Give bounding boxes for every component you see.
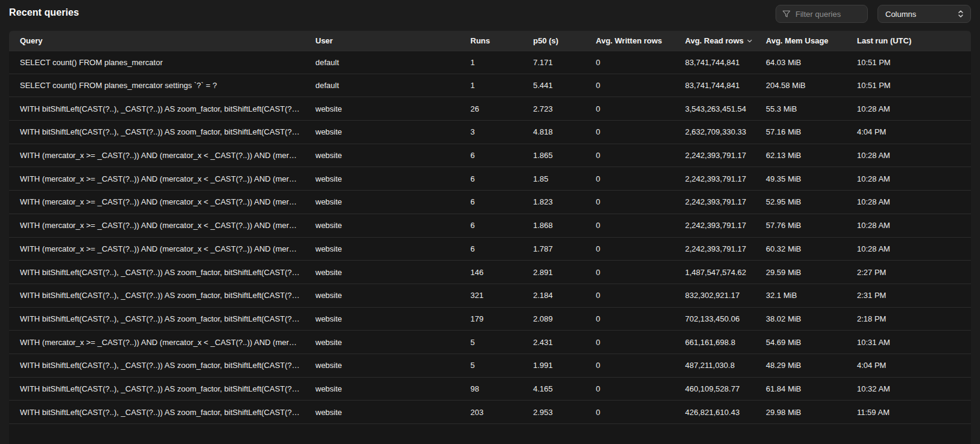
table-row[interactable]: WITH bitShiftLeft(CAST(?..), _CAST(?..))… (9, 261, 971, 284)
user-cell: website (305, 408, 460, 417)
mem-cell: 204.58 MiB (755, 81, 846, 90)
lastrun-cell: 10:28 AM (846, 104, 971, 113)
read-cell: 1,487,547,574.62 (674, 268, 755, 277)
read-cell: 2,242,393,791.17 (674, 151, 755, 160)
table-row[interactable]: WITH bitShiftLeft(CAST(?..), _CAST(?..))… (9, 284, 971, 308)
user-cell: website (305, 221, 460, 230)
column-header-mem[interactable]: Avg. Mem Usage (755, 36, 846, 45)
lastrun-cell: 10:31 AM (846, 338, 971, 347)
query-cell: WITH bitShiftLeft(CAST(?..), _CAST(?..))… (9, 384, 305, 393)
table-row[interactable]: WITH (mercator_x >= _CAST(?..)) AND (mer… (9, 167, 971, 191)
sort-desc-chevron-icon (747, 38, 753, 44)
user-cell: website (305, 151, 460, 160)
p50-cell: 1.85 (522, 174, 585, 183)
mem-cell: 32.1 MiB (755, 291, 846, 300)
written-cell: 0 (585, 221, 674, 230)
lastrun-cell: 2:27 PM (846, 268, 971, 277)
written-cell: 0 (585, 314, 674, 323)
read-cell: 487,211,030.8 (674, 361, 755, 370)
written-cell: 0 (585, 268, 674, 277)
user-cell: website (305, 314, 460, 323)
runs-cell: 146 (460, 268, 522, 277)
user-cell: website (305, 127, 460, 136)
column-header-label: Avg. Written rows (596, 36, 662, 45)
read-cell: 2,242,393,791.17 (674, 174, 755, 183)
columns-dropdown[interactable]: Columns (877, 5, 971, 23)
p50-cell: 1.823 (522, 197, 585, 206)
table-row[interactable]: WITH bitShiftLeft(CAST(?..), _CAST(?..))… (9, 378, 971, 401)
table-row[interactable]: WITH (mercator_x >= _CAST(?..)) AND (mer… (9, 191, 971, 214)
runs-cell: 3 (460, 127, 522, 136)
mem-cell: 57.16 MiB (755, 127, 846, 136)
column-header-query[interactable]: Query (9, 36, 305, 45)
table-row[interactable]: WITH (mercator_x >= _CAST(?..)) AND (mer… (9, 214, 971, 238)
user-cell: default (305, 81, 460, 90)
lastrun-cell: 10:28 AM (846, 151, 971, 160)
column-header-label: p50 (s) (533, 36, 558, 45)
runs-cell: 321 (460, 291, 522, 300)
table-row[interactable]: WITH (mercator_x >= _CAST(?..)) AND (mer… (9, 331, 971, 354)
user-cell: website (305, 361, 460, 370)
written-cell: 0 (585, 291, 674, 300)
p50-cell: 4.818 (522, 127, 585, 136)
read-cell: 83,741,744,841 (674, 81, 755, 90)
p50-cell: 2.089 (522, 314, 585, 323)
filter-queries-box[interactable] (776, 5, 868, 23)
p50-cell: 7.171 (522, 58, 585, 67)
table-row[interactable]: WITH bitShiftLeft(CAST(?..), _CAST(?..))… (9, 97, 971, 121)
p50-cell: 1.865 (522, 151, 585, 160)
column-header-p50[interactable]: p50 (s) (522, 36, 585, 45)
column-header-user[interactable]: User (305, 36, 460, 45)
user-cell: website (305, 338, 460, 347)
p50-cell: 1.787 (522, 244, 585, 253)
table-row-partial[interactable] (9, 424, 971, 444)
lastrun-cell: 10:51 PM (846, 58, 971, 67)
read-cell: 832,302,921.17 (674, 291, 755, 300)
lastrun-cell: 10:28 AM (846, 197, 971, 206)
table-row[interactable]: SELECT count() FROM planes_mercatordefau… (9, 51, 971, 74)
runs-cell: 6 (460, 244, 522, 253)
toolbar-controls: Columns (776, 5, 971, 23)
user-cell: website (305, 197, 460, 206)
lastrun-cell: 10:32 AM (846, 384, 971, 393)
user-cell: website (305, 174, 460, 183)
query-cell: WITH bitShiftLeft(CAST(?..), _CAST(?..))… (9, 127, 305, 136)
written-cell: 0 (585, 174, 674, 183)
page-title: Recent queries (9, 7, 79, 18)
read-cell: 460,109,528.77 (674, 384, 755, 393)
written-cell: 0 (585, 58, 674, 67)
table-row[interactable]: WITH bitShiftLeft(CAST(?..), _CAST(?..))… (9, 308, 971, 331)
runs-cell: 5 (460, 338, 522, 347)
filter-queries-input[interactable] (795, 10, 861, 19)
query-cell: WITH bitShiftLeft(CAST(?..), _CAST(?..))… (9, 408, 305, 417)
mem-cell: 55.3 MiB (755, 104, 846, 113)
mem-cell: 57.76 MiB (755, 221, 846, 230)
table-row[interactable]: WITH bitShiftLeft(CAST(?..), _CAST(?..))… (9, 354, 971, 378)
table-row[interactable]: WITH bitShiftLeft(CAST(?..), _CAST(?..))… (9, 401, 971, 424)
runs-cell: 6 (460, 174, 522, 183)
written-cell: 0 (585, 127, 674, 136)
mem-cell: 62.13 MiB (755, 151, 846, 160)
lastrun-cell: 2:31 PM (846, 291, 971, 300)
mem-cell: 29.59 MiB (755, 268, 846, 277)
table-row[interactable]: SELECT count() FROM planes_mercator sett… (9, 74, 971, 98)
p50-cell: 2.891 (522, 268, 585, 277)
written-cell: 0 (585, 361, 674, 370)
query-cell: SELECT count() FROM planes_mercator (9, 58, 305, 67)
recent-queries-page: Recent queries Columns (0, 0, 980, 444)
column-header-written[interactable]: Avg. Written rows (585, 36, 674, 45)
lastrun-cell: 10:51 PM (846, 81, 971, 90)
column-header-runs[interactable]: Runs (460, 36, 522, 45)
column-header-read[interactable]: Avg. Read rows (674, 36, 755, 45)
lastrun-cell: 10:28 AM (846, 221, 971, 230)
query-cell: WITH (mercator_x >= _CAST(?..)) AND (mer… (9, 174, 305, 183)
written-cell: 0 (585, 338, 674, 347)
table-row[interactable]: WITH (mercator_x >= _CAST(?..)) AND (mer… (9, 144, 971, 168)
query-cell: WITH (mercator_x >= _CAST(?..)) AND (mer… (9, 338, 305, 347)
table-row[interactable]: WITH (mercator_x >= _CAST(?..)) AND (mer… (9, 238, 971, 261)
column-header-label: Last run (UTC) (857, 36, 911, 45)
table-row[interactable]: WITH bitShiftLeft(CAST(?..), _CAST(?..))… (9, 121, 971, 144)
column-header-lastrun[interactable]: Last run (UTC) (846, 36, 971, 45)
runs-cell: 6 (460, 221, 522, 230)
written-cell: 0 (585, 104, 674, 113)
